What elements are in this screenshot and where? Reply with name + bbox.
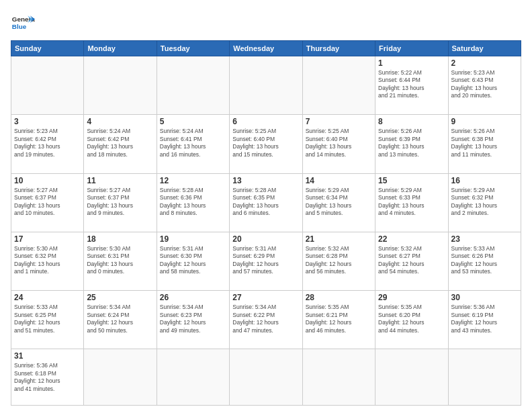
day-number: 29 (378, 293, 445, 302)
page-header: General Blue (11, 11, 521, 35)
weekday-header-saturday: Saturday (448, 41, 521, 56)
day-info: Sunrise: 5:25 AM Sunset: 6:40 PM Dayligh… (232, 128, 299, 158)
day-number: 8 (378, 117, 445, 126)
svg-text:Blue: Blue (12, 23, 27, 30)
calendar-week-1: 1Sunrise: 5:22 AM Sunset: 6:44 PM Daylig… (11, 56, 521, 115)
day-number: 9 (451, 117, 518, 126)
calendar-cell: 23Sunrise: 5:33 AM Sunset: 6:26 PM Dayli… (448, 232, 521, 290)
generalblue-logo-icon: General Blue (11, 11, 35, 35)
calendar-cell: 22Sunrise: 5:32 AM Sunset: 6:27 PM Dayli… (375, 232, 448, 290)
calendar-cell: 5Sunrise: 5:24 AM Sunset: 6:41 PM Daylig… (157, 115, 229, 173)
day-info: Sunrise: 5:33 AM Sunset: 6:25 PM Dayligh… (14, 304, 81, 334)
calendar-cell: 31Sunrise: 5:36 AM Sunset: 6:18 PM Dayli… (11, 349, 84, 406)
calendar-cell (11, 56, 84, 115)
day-number: 22 (378, 234, 445, 244)
day-info: Sunrise: 5:30 AM Sunset: 6:31 PM Dayligh… (87, 245, 153, 276)
calendar-cell (448, 349, 521, 406)
calendar-week-3: 10Sunrise: 5:27 AM Sunset: 6:37 PM Dayli… (11, 173, 521, 232)
day-info: Sunrise: 5:29 AM Sunset: 6:34 PM Dayligh… (306, 187, 372, 218)
calendar-cell: 14Sunrise: 5:29 AM Sunset: 6:34 PM Dayli… (302, 173, 375, 232)
calendar-cell: 1Sunrise: 5:22 AM Sunset: 6:44 PM Daylig… (375, 56, 448, 115)
day-info: Sunrise: 5:31 AM Sunset: 6:29 PM Dayligh… (232, 245, 299, 276)
day-number: 16 (451, 176, 518, 185)
day-number: 31 (14, 351, 81, 361)
calendar-cell: 7Sunrise: 5:25 AM Sunset: 6:40 PM Daylig… (302, 115, 375, 173)
day-number: 7 (306, 117, 372, 126)
calendar-cell: 24Sunrise: 5:33 AM Sunset: 6:25 PM Dayli… (11, 291, 84, 349)
day-info: Sunrise: 5:28 AM Sunset: 6:35 PM Dayligh… (232, 187, 299, 218)
day-info: Sunrise: 5:24 AM Sunset: 6:41 PM Dayligh… (160, 128, 226, 158)
day-number: 25 (87, 293, 153, 302)
day-info: Sunrise: 5:23 AM Sunset: 6:42 PM Dayligh… (14, 128, 81, 158)
day-info: Sunrise: 5:23 AM Sunset: 6:43 PM Dayligh… (451, 69, 518, 100)
day-number: 26 (160, 293, 226, 302)
day-number: 10 (14, 176, 81, 185)
day-info: Sunrise: 5:36 AM Sunset: 6:19 PM Dayligh… (451, 304, 518, 334)
calendar-cell (84, 349, 157, 406)
day-number: 30 (451, 293, 518, 302)
day-info: Sunrise: 5:34 AM Sunset: 6:23 PM Dayligh… (160, 304, 226, 334)
day-info: Sunrise: 5:31 AM Sunset: 6:30 PM Dayligh… (160, 245, 226, 276)
calendar-cell: 20Sunrise: 5:31 AM Sunset: 6:29 PM Dayli… (230, 232, 302, 290)
calendar-cell: 16Sunrise: 5:29 AM Sunset: 6:32 PM Dayli… (448, 173, 521, 232)
calendar-cell (157, 349, 229, 406)
day-number: 1 (378, 58, 445, 68)
calendar-cell: 29Sunrise: 5:35 AM Sunset: 6:20 PM Dayli… (375, 291, 448, 349)
calendar-cell: 8Sunrise: 5:26 AM Sunset: 6:39 PM Daylig… (375, 115, 448, 173)
calendar-cell (230, 349, 302, 406)
logo: General Blue (11, 11, 35, 35)
day-number: 19 (160, 234, 226, 244)
day-number: 15 (378, 176, 445, 185)
calendar-cell: 10Sunrise: 5:27 AM Sunset: 6:37 PM Dayli… (11, 173, 84, 232)
calendar-cell (375, 349, 448, 406)
day-info: Sunrise: 5:32 AM Sunset: 6:28 PM Dayligh… (306, 245, 372, 276)
day-number: 14 (306, 176, 372, 185)
calendar-cell (302, 56, 375, 115)
day-number: 21 (306, 234, 372, 244)
calendar-cell: 9Sunrise: 5:26 AM Sunset: 6:38 PM Daylig… (448, 115, 521, 173)
weekday-header-monday: Monday (84, 41, 157, 56)
calendar-week-6: 31Sunrise: 5:36 AM Sunset: 6:18 PM Dayli… (11, 349, 521, 406)
day-number: 2 (451, 58, 518, 68)
day-number: 4 (87, 117, 153, 126)
weekday-header-thursday: Thursday (302, 41, 375, 56)
calendar-cell: 12Sunrise: 5:28 AM Sunset: 6:36 PM Dayli… (157, 173, 229, 232)
calendar-cell: 27Sunrise: 5:34 AM Sunset: 6:22 PM Dayli… (230, 291, 302, 349)
calendar-cell: 11Sunrise: 5:27 AM Sunset: 6:37 PM Dayli… (84, 173, 157, 232)
day-info: Sunrise: 5:34 AM Sunset: 6:22 PM Dayligh… (232, 304, 299, 334)
weekday-header-wednesday: Wednesday (230, 41, 302, 56)
calendar-week-2: 3Sunrise: 5:23 AM Sunset: 6:42 PM Daylig… (11, 115, 521, 173)
day-number: 11 (87, 176, 153, 185)
day-info: Sunrise: 5:26 AM Sunset: 6:38 PM Dayligh… (451, 128, 518, 158)
weekday-header-tuesday: Tuesday (157, 41, 229, 56)
calendar-cell: 19Sunrise: 5:31 AM Sunset: 6:30 PM Dayli… (157, 232, 229, 290)
day-number: 27 (232, 293, 299, 302)
day-number: 5 (160, 117, 226, 126)
day-number: 12 (160, 176, 226, 185)
calendar-cell: 28Sunrise: 5:35 AM Sunset: 6:21 PM Dayli… (302, 291, 375, 349)
day-number: 28 (306, 293, 372, 302)
day-info: Sunrise: 5:33 AM Sunset: 6:26 PM Dayligh… (451, 245, 518, 276)
day-number: 20 (232, 234, 299, 244)
weekday-header-row: SundayMondayTuesdayWednesdayThursdayFrid… (11, 41, 521, 56)
day-number: 6 (232, 117, 299, 126)
day-number: 17 (14, 234, 81, 244)
calendar-cell: 21Sunrise: 5:32 AM Sunset: 6:28 PM Dayli… (302, 232, 375, 290)
calendar-cell (157, 56, 229, 115)
calendar-cell: 2Sunrise: 5:23 AM Sunset: 6:43 PM Daylig… (448, 56, 521, 115)
day-info: Sunrise: 5:27 AM Sunset: 6:37 PM Dayligh… (87, 187, 153, 218)
day-info: Sunrise: 5:24 AM Sunset: 6:42 PM Dayligh… (87, 128, 153, 158)
day-info: Sunrise: 5:27 AM Sunset: 6:37 PM Dayligh… (14, 187, 81, 218)
day-info: Sunrise: 5:35 AM Sunset: 6:20 PM Dayligh… (378, 304, 445, 334)
day-number: 13 (232, 176, 299, 185)
calendar-cell: 6Sunrise: 5:25 AM Sunset: 6:40 PM Daylig… (230, 115, 302, 173)
day-info: Sunrise: 5:30 AM Sunset: 6:32 PM Dayligh… (14, 245, 81, 276)
calendar-cell (302, 349, 375, 406)
weekday-header-friday: Friday (375, 41, 448, 56)
calendar-week-5: 24Sunrise: 5:33 AM Sunset: 6:25 PM Dayli… (11, 291, 521, 349)
day-info: Sunrise: 5:22 AM Sunset: 6:44 PM Dayligh… (378, 69, 445, 100)
day-info: Sunrise: 5:26 AM Sunset: 6:39 PM Dayligh… (378, 128, 445, 158)
calendar-cell: 30Sunrise: 5:36 AM Sunset: 6:19 PM Dayli… (448, 291, 521, 349)
day-number: 24 (14, 293, 81, 302)
calendar-cell (84, 56, 157, 115)
